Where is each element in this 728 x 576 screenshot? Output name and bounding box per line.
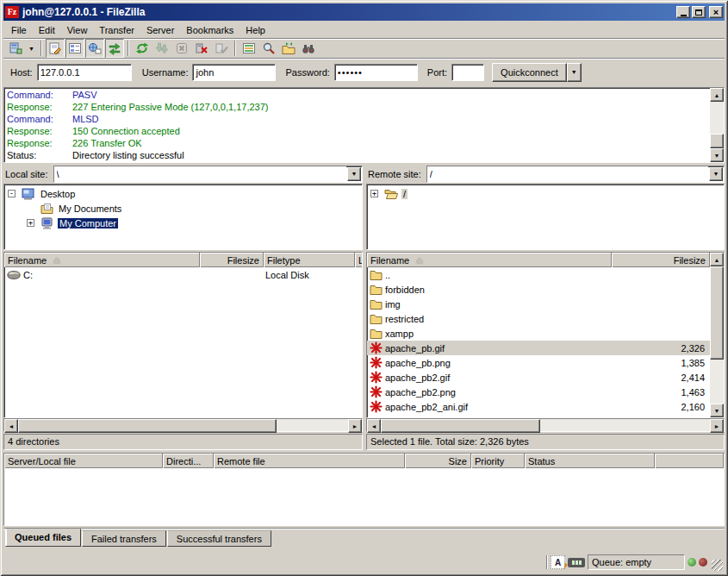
remote-site-dropdown[interactable]: ▼ bbox=[709, 167, 723, 181]
local-site-combo[interactable]: ▼ bbox=[53, 166, 363, 183]
remote-file-row[interactable]: apache_pb.png 1,385 bbox=[367, 355, 710, 370]
tree-item-my-documents[interactable]: My Documents bbox=[4, 201, 362, 216]
scroll-up-arrow[interactable]: ▲ bbox=[710, 88, 724, 102]
remote-file-row[interactable]: forbidden bbox=[367, 282, 710, 297]
local-site-input[interactable] bbox=[54, 166, 346, 182]
username-input[interactable] bbox=[192, 64, 276, 81]
column-header-filename[interactable]: Filename bbox=[367, 253, 612, 267]
cancel-operation-button[interactable] bbox=[172, 39, 191, 58]
column-header-server-local-file[interactable]: Server/Local file bbox=[4, 454, 163, 468]
quickconnect-button[interactable]: Quickconnect bbox=[492, 63, 567, 82]
scrollbar-thumb[interactable] bbox=[710, 134, 724, 148]
remote-site-input[interactable] bbox=[427, 166, 708, 182]
scroll-left-arrow[interactable]: ◄ bbox=[367, 419, 381, 433]
title-bar[interactable]: Fz john@127.0.0.1 - FileZilla × bbox=[3, 3, 725, 21]
toggle-local-tree-button[interactable] bbox=[65, 39, 84, 58]
local-site-dropdown[interactable]: ▼ bbox=[347, 167, 361, 181]
menu-item-edit[interactable]: Edit bbox=[33, 23, 61, 37]
column-header-status[interactable]: Status bbox=[525, 454, 655, 468]
scroll-right-arrow[interactable]: ► bbox=[710, 419, 724, 433]
column-header-direction[interactable]: Directi... bbox=[163, 454, 214, 468]
remote-file-row[interactable]: apache_pb2_ani.gif 2,160 bbox=[367, 399, 710, 414]
directory-comparison-button[interactable] bbox=[240, 39, 258, 58]
scroll-down-arrow[interactable]: ▼ bbox=[710, 404, 724, 417]
minimize-button[interactable] bbox=[676, 6, 690, 18]
expand-icon[interactable]: + bbox=[27, 219, 34, 227]
scroll-left-arrow[interactable]: ◄ bbox=[4, 419, 18, 433]
column-header-lastmodified[interactable]: L bbox=[355, 253, 362, 267]
local-horizontal-scrollbar[interactable]: ◄ ► bbox=[3, 418, 363, 432]
datatype-indicator-icon[interactable]: A bbox=[551, 555, 565, 569]
maximize-icon bbox=[695, 9, 702, 16]
folder-icon bbox=[370, 298, 383, 310]
column-header-remote-file[interactable]: Remote file bbox=[214, 454, 405, 468]
port-input[interactable] bbox=[451, 64, 484, 81]
disconnect-button[interactable] bbox=[192, 39, 211, 58]
queue-header: Server/Local file Directi... Remote file… bbox=[4, 454, 724, 468]
scroll-down-arrow[interactable]: ▼ bbox=[710, 148, 724, 162]
local-tree: - Desktop My Documents + My Computer bbox=[3, 184, 363, 250]
status-bar: A Queue: empty bbox=[3, 552, 725, 573]
scroll-right-arrow[interactable]: ► bbox=[348, 419, 362, 433]
close-button[interactable]: × bbox=[709, 6, 723, 18]
site-manager-button[interactable] bbox=[6, 39, 25, 58]
menu-item-server[interactable]: Server bbox=[140, 23, 180, 37]
collapse-icon[interactable]: - bbox=[8, 190, 16, 197]
column-header-priority[interactable]: Priority bbox=[471, 454, 525, 468]
synchronized-browsing-button[interactable] bbox=[259, 39, 278, 58]
quickconnect-dropdown[interactable]: ▼ bbox=[567, 63, 582, 82]
open-folder-icon bbox=[384, 188, 398, 199]
tab-failed-transfers[interactable]: Failed transfers bbox=[82, 530, 166, 547]
image-file-icon bbox=[370, 371, 383, 384]
column-header-filename[interactable]: Filename bbox=[4, 253, 200, 267]
filter-button[interactable] bbox=[279, 39, 298, 58]
remote-file-row[interactable]: .. bbox=[367, 267, 710, 282]
menu-item-file[interactable]: File bbox=[5, 23, 33, 37]
column-header-filetype[interactable]: Filetype bbox=[264, 253, 355, 267]
file-search-button[interactable] bbox=[299, 39, 318, 58]
remote-file-row[interactable]: apache_pb2.gif 2,414 bbox=[367, 370, 710, 385]
local-file-row[interactable]: C: Local Disk bbox=[4, 267, 362, 282]
remote-site-combo[interactable]: ▼ bbox=[426, 166, 725, 183]
refresh-button[interactable] bbox=[133, 39, 152, 58]
tree-item-root[interactable]: + / bbox=[367, 186, 724, 201]
site-manager-dropdown[interactable]: ▼ bbox=[26, 39, 37, 58]
menu-item-bookmarks[interactable]: Bookmarks bbox=[180, 23, 240, 37]
toggle-remote-tree-button[interactable] bbox=[85, 39, 104, 58]
reconnect-button[interactable] bbox=[212, 39, 231, 58]
log-line: Response:150 Connection accepted bbox=[7, 125, 710, 137]
host-input[interactable] bbox=[37, 64, 132, 81]
scroll-up-arrow[interactable]: ▲ bbox=[710, 253, 724, 266]
toggle-message-log-button[interactable] bbox=[46, 39, 65, 58]
filezilla-window: Fz john@127.0.0.1 - FileZilla × File Edi… bbox=[0, 0, 728, 576]
scrollbar-thumb[interactable] bbox=[381, 419, 540, 433]
tab-successful-transfers[interactable]: Successful transfers bbox=[167, 530, 271, 547]
remote-file-row[interactable]: img bbox=[367, 297, 710, 311]
remote-horizontal-scrollbar[interactable]: ◄ ► bbox=[366, 418, 725, 432]
menu-item-view[interactable]: View bbox=[61, 23, 94, 37]
remote-file-row[interactable]: apache_pb2.png 1,463 bbox=[367, 385, 710, 399]
log-vertical-scrollbar[interactable]: ▲ ▼ bbox=[710, 88, 724, 162]
remote-file-row-selected[interactable]: apache_pb.gif 2,326 bbox=[367, 341, 710, 355]
column-header-filesize[interactable]: Filesize bbox=[200, 253, 264, 267]
password-input[interactable] bbox=[334, 64, 418, 81]
maximize-button[interactable] bbox=[692, 6, 706, 18]
remote-file-row[interactable]: xampp bbox=[367, 326, 710, 341]
expand-icon[interactable]: + bbox=[370, 190, 378, 197]
tree-item-my-computer[interactable]: + My Computer bbox=[4, 216, 362, 230]
process-queue-button[interactable] bbox=[152, 39, 171, 58]
menu-item-transfer[interactable]: Transfer bbox=[93, 23, 140, 37]
queue-list[interactable] bbox=[4, 468, 724, 525]
toggle-transfer-queue-button[interactable] bbox=[105, 39, 124, 58]
tab-queued-files[interactable]: Queued files bbox=[5, 529, 81, 547]
scrollbar-thumb[interactable] bbox=[18, 419, 277, 433]
tree-item-desktop[interactable]: - Desktop bbox=[4, 186, 362, 201]
menu-item-help[interactable]: Help bbox=[240, 23, 271, 37]
remote-vertical-scrollbar[interactable]: ▲ ▼ bbox=[710, 253, 724, 417]
column-header-size[interactable]: Size bbox=[405, 454, 471, 468]
resize-grip[interactable] bbox=[712, 560, 723, 571]
scrollbar-thumb[interactable] bbox=[710, 266, 724, 360]
column-header-filesize[interactable]: Filesize bbox=[612, 253, 710, 267]
remote-file-row[interactable]: restricted bbox=[367, 311, 710, 326]
speedlimit-indicator-icon[interactable] bbox=[568, 558, 585, 567]
